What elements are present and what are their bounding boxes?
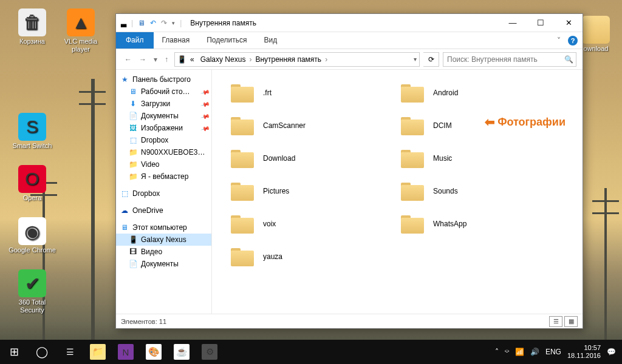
chevron-down-icon[interactable]: ▾ (414, 56, 417, 62)
folder-name: Sounds (433, 187, 458, 195)
ribbon-view[interactable]: Вид (255, 32, 285, 49)
folder-grid[interactable]: .frtAndroidCamScannerDCIMDownloadMusicPi… (212, 70, 583, 314)
taskbar-app-java[interactable]: ☕ (168, 340, 196, 364)
folder-item[interactable]: CamScanner (227, 111, 384, 140)
cortana-button[interactable]: ◯ (28, 340, 56, 364)
onedrive-header[interactable]: ☁ OneDrive (116, 204, 211, 217)
breadcrumb[interactable]: 📱 « Galaxy Nexus › Внутренняя память › ▾ (174, 52, 420, 67)
language-indicator[interactable]: ENG (545, 348, 561, 356)
redo-icon[interactable]: ↷ (161, 19, 167, 27)
search-box[interactable]: 🔍 (443, 52, 576, 67)
tray-overflow-icon[interactable]: ˄ (495, 348, 499, 356)
clock[interactable]: 10:57 18.11.2016 (567, 344, 601, 360)
item-icon: 📁 (128, 172, 138, 181)
taskbar[interactable]: ⊞ ◯ ☰ 📁N🎨☕⚙ ˄ ⌔ 📶 🔊 ENG 10:57 18.11.2016… (0, 340, 622, 364)
sidebar-item-label: Dropbox (141, 136, 168, 144)
help-icon[interactable]: ? (568, 36, 578, 46)
taskbar-app-onenote[interactable]: N (112, 340, 140, 364)
quick-access-header[interactable]: ★ Панель быстрого (116, 73, 211, 86)
desktop-icon-chrome[interactable]: ◉Google Chrome (9, 217, 56, 254)
phone-icon: 📱 (177, 55, 186, 64)
search-input[interactable] (443, 55, 561, 64)
item-icon: 📁 (128, 148, 138, 157)
folder-icon (399, 147, 426, 169)
notifications-icon[interactable]: 💬 (607, 348, 616, 356)
folder-item[interactable]: WhatsApp (397, 209, 555, 238)
desktop-icon-label: VLC media player (57, 38, 104, 53)
taskbar-app-settings[interactable]: ⚙ (196, 340, 224, 364)
folder-item[interactable]: Music (397, 144, 555, 173)
sidebar-item-galaxy[interactable]: 📱Galaxy Nexus (116, 234, 211, 246)
desktop-icon-opera[interactable]: OOpera (9, 165, 56, 202)
nav-recent-icon[interactable]: ▾ (151, 53, 160, 66)
ribbon-chevron[interactable]: ˅ (550, 32, 568, 49)
folder-item[interactable]: yauza (227, 242, 384, 271)
search-icon[interactable]: 🔍 (561, 55, 576, 64)
sidebar-item-desktop[interactable]: 🖥Рабочий сто…📌 (116, 86, 211, 98)
this-pc-header[interactable]: 🖥 Этот компьютер (116, 221, 211, 234)
folder-item[interactable]: Sounds (397, 177, 555, 206)
item-icon: 📄 (128, 112, 138, 120)
chevron-right-icon: › (325, 55, 327, 64)
onedrive-label: OneDrive (132, 206, 163, 215)
computer-icon[interactable]: 🖥 (138, 19, 145, 27)
refresh-button[interactable]: ⟳ (423, 52, 439, 67)
folder-item[interactable]: voix (227, 209, 384, 238)
pin-icon: 📌 (200, 111, 210, 121)
sidebar-item-pictures[interactable]: 🖼Изображени📌 (116, 122, 211, 134)
minimize-button[interactable]: — (499, 14, 527, 32)
breadcrumb-device[interactable]: Galaxy Nexus (198, 54, 248, 65)
folder-name: .frt (263, 89, 272, 97)
nav-pane[interactable]: ★ Панель быстрого 🖥Рабочий сто…📌⬇Загрузк… (116, 70, 212, 314)
desktop-icon-smart-switch[interactable]: SSmart Switch (9, 113, 56, 150)
address-bar: ← → ▾ ↑ 📱 « Galaxy Nexus › Внутренняя па… (116, 49, 583, 70)
volume-icon[interactable]: 🔊 (530, 348, 539, 356)
view-details-button[interactable]: ☰ (549, 316, 562, 327)
folder-item[interactable]: Pictures (227, 177, 384, 206)
breadcrumb-pre[interactable]: « (188, 54, 197, 65)
sidebar-item-docs[interactable]: 📄Документы (116, 258, 211, 270)
start-button[interactable]: ⊞ (0, 340, 28, 364)
ribbon-home[interactable]: Главная (154, 32, 199, 49)
folder-item[interactable]: Download (227, 144, 384, 173)
desktop-icon-360ts[interactable]: ✔360 Total Security (9, 269, 56, 314)
folder-name: WhatsApp (433, 220, 466, 228)
divider: | (131, 19, 133, 27)
network-icon[interactable]: ⌔ (505, 348, 509, 356)
maximize-button[interactable]: ☐ (527, 14, 555, 32)
taskbar-app-paint[interactable]: 🎨 (140, 340, 168, 364)
folder-item[interactable]: Android (397, 78, 555, 107)
app-icon: ⚙ (202, 344, 217, 360)
folder-item[interactable]: .frt (227, 78, 384, 107)
chevron-down-icon[interactable]: ▾ (172, 20, 175, 26)
sidebar-item-video-q[interactable]: 📁Video (116, 158, 211, 170)
sidebar-item-n900[interactable]: 📁N900XXUEBOE3… (116, 146, 211, 158)
item-icon: 🖼 (128, 124, 138, 132)
ribbon-file[interactable]: Файл (116, 32, 154, 49)
star-icon: ★ (120, 75, 129, 84)
wifi-icon[interactable]: 📶 (515, 348, 524, 356)
breadcrumb-location[interactable]: Внутренняя память (253, 54, 324, 65)
taskbar-app-explorer[interactable]: 📁 (84, 340, 112, 364)
nav-up-icon[interactable]: ↑ (162, 53, 171, 66)
sidebar-item-video[interactable]: 🎞Видео (116, 246, 211, 258)
taskview-button[interactable]: ☰ (56, 340, 84, 364)
view-icons-button[interactable]: ▦ (564, 316, 578, 327)
dropbox-header[interactable]: ⬚ Dropbox (116, 187, 211, 200)
desktop-icon-recycle-bin[interactable]: 🗑Корзина (9, 8, 56, 46)
system-tray[interactable]: ˄ ⌔ 📶 🔊 ENG 10:57 18.11.2016 💬 (489, 344, 622, 360)
nav-fwd-icon[interactable]: → (137, 53, 149, 66)
status-count: Элементов: 11 (121, 318, 166, 325)
nav-back-icon[interactable]: ← (122, 53, 134, 66)
desktop-icon-vlc[interactable]: ▲VLC media player (57, 8, 104, 53)
sidebar-item-ya-web[interactable]: 📁Я - вебмастер (116, 170, 211, 183)
sidebar-item-documents[interactable]: 📄Документы📌 (116, 110, 211, 122)
undo-icon[interactable]: ↶ (150, 19, 156, 27)
titlebar[interactable]: ▃ | 🖥 ↶ ↷ ▾ | Внутренняя память — ☐ ✕ (116, 14, 583, 32)
app-icon: ◉ (18, 217, 46, 245)
sidebar-item-dropbox-q[interactable]: ⬚Dropbox (116, 134, 211, 146)
sidebar-item-downloads[interactable]: ⬇Загрузки📌 (116, 98, 211, 110)
close-button[interactable]: ✕ (555, 14, 583, 32)
explorer-window: ▃ | 🖥 ↶ ↷ ▾ | Внутренняя память — ☐ ✕ Фа… (115, 13, 583, 329)
ribbon-share[interactable]: Поделиться (198, 32, 255, 49)
